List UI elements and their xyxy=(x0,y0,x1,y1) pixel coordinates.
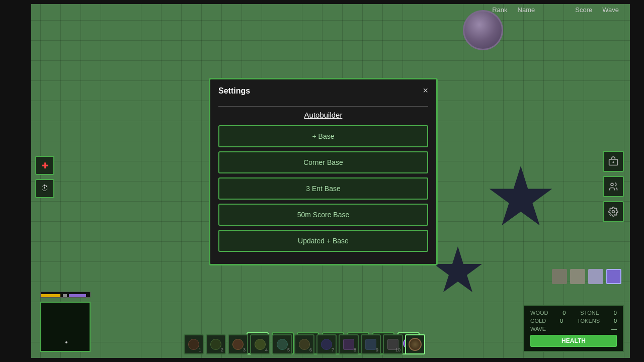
add-base-button[interactable]: + Base xyxy=(218,125,428,147)
slot-num-5: 5 xyxy=(287,347,290,352)
color-sq-1[interactable] xyxy=(552,269,567,284)
settings-button[interactable] xyxy=(603,201,624,222)
tb2-slot-9[interactable]: 9 xyxy=(361,334,381,354)
tokens-value: 0 xyxy=(614,318,617,324)
border-left xyxy=(0,0,31,362)
name-label: Name xyxy=(518,6,535,14)
slot-num-1: 1 xyxy=(199,347,201,352)
shop-button[interactable] xyxy=(603,151,624,172)
corner-base-button[interactable]: Corner Base xyxy=(218,151,428,173)
svg-point-3 xyxy=(611,183,613,186)
stone-label: STONE xyxy=(580,310,599,316)
border-right xyxy=(630,0,644,362)
wave-label: Wave xyxy=(602,6,619,14)
wave-row: WAVE — xyxy=(530,326,617,332)
resource-panel: WOOD 0 STONE 0 GOLD 0 TOKENS 0 WAVE — HE… xyxy=(523,305,624,352)
tokens-label: TOKENS xyxy=(577,318,600,324)
svg-point-4 xyxy=(612,211,615,213)
modal-body: Autobuilder + Base Corner Base 3 Ent Bas… xyxy=(210,102,436,264)
top-hud: Rank Name Score Wave xyxy=(492,6,619,14)
stone-value: 0 xyxy=(614,310,617,316)
xp-bar xyxy=(40,292,91,298)
health-label: HEALTH xyxy=(561,337,586,344)
autobuilder-title: Autobuilder xyxy=(218,106,428,125)
xp-purple-segment xyxy=(69,294,86,298)
color-sq-2[interactable] xyxy=(570,269,585,284)
tb2-slot-6[interactable]: 6 xyxy=(294,334,314,354)
tb2-slot-4[interactable]: 4 xyxy=(250,334,270,354)
slot-num-8: 8 xyxy=(354,347,356,352)
tb2-slot-11[interactable] xyxy=(405,334,425,354)
wood-value: 0 xyxy=(562,310,566,316)
xp-handle xyxy=(63,294,67,298)
tb2-slot-5[interactable]: 5 xyxy=(272,334,292,354)
wave-label-res: WAVE xyxy=(530,326,546,332)
health-bar: HEALTH xyxy=(530,335,617,347)
wood-row: WOOD 0 STONE 0 xyxy=(530,310,617,316)
slot-num-10: 10 xyxy=(395,347,400,352)
settings-modal: Settings × Autobuilder + Base Corner Bas… xyxy=(209,78,438,265)
modal-close-button[interactable]: × xyxy=(423,85,428,96)
tb2-slot-10[interactable]: 10 xyxy=(383,334,403,354)
tb2-slot-1[interactable]: 1 xyxy=(184,334,204,354)
wave-value: — xyxy=(611,326,617,332)
modal-header: Settings × xyxy=(210,79,436,102)
score-label: Score xyxy=(575,6,592,14)
xp-gold-segment xyxy=(41,294,60,298)
color-sq-3[interactable] xyxy=(588,269,603,284)
slot-num-6: 6 xyxy=(309,347,312,352)
color-sq-4[interactable] xyxy=(606,269,621,284)
health-button[interactable]: ✚ xyxy=(35,156,54,175)
50m-score-base-button[interactable]: 50m Score Base xyxy=(218,204,428,226)
secondary-toolbar: 1 2 3 4 5 6 7 8 9 10 xyxy=(184,334,425,354)
gold-row: GOLD 0 TOKENS 0 xyxy=(530,318,617,324)
tb2-slot-7[interactable]: 7 xyxy=(316,334,337,354)
slot-num-7: 7 xyxy=(332,347,334,352)
minimap xyxy=(40,302,91,352)
border-top xyxy=(0,0,644,4)
wood-label: WOOD xyxy=(530,310,548,316)
updated-base-button[interactable]: Updated + Base xyxy=(218,230,428,252)
tb2-slot-2[interactable]: 2 xyxy=(206,334,226,354)
tb2-slot-8[interactable]: 8 xyxy=(339,334,359,354)
history-button[interactable]: ⏱ xyxy=(35,179,54,198)
slot-num-3: 3 xyxy=(243,347,246,352)
3ent-base-button[interactable]: 3 Ent Base xyxy=(218,177,428,200)
gold-label: GOLD xyxy=(530,318,546,324)
slot-num-2: 2 xyxy=(221,347,223,352)
slot-num-4: 4 xyxy=(265,347,268,352)
rank-label: Rank xyxy=(492,6,507,14)
player-avatar xyxy=(463,10,503,50)
slot-num-9: 9 xyxy=(376,347,378,352)
gold-value: 0 xyxy=(560,318,563,324)
right-button-group xyxy=(603,151,624,222)
border-bottom xyxy=(0,358,644,362)
modal-title: Settings xyxy=(218,86,250,96)
tb2-slot-3[interactable]: 3 xyxy=(228,334,248,354)
left-button-group: ✚ ⏱ xyxy=(35,156,54,198)
minimap-player-dot xyxy=(65,341,67,343)
color-palette xyxy=(552,269,621,284)
players-button[interactable] xyxy=(603,176,624,197)
